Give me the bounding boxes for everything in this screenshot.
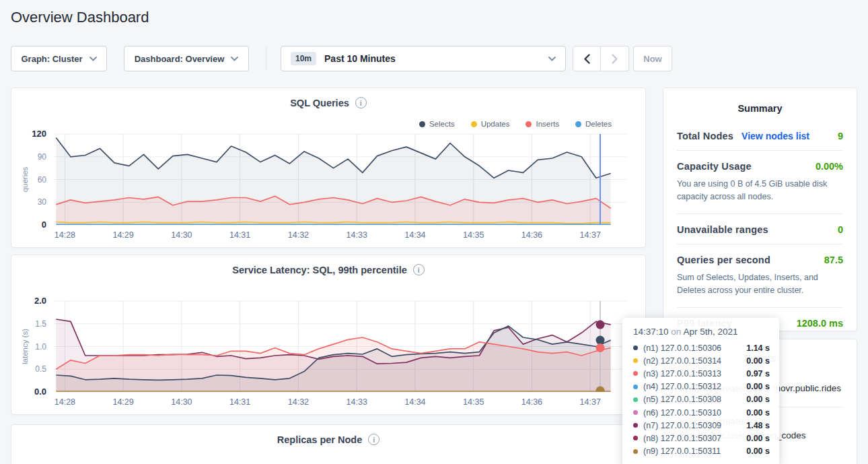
replicas-chart-title: Replicas per Node [277, 434, 363, 445]
svg-text:14:36: 14:36 [521, 230, 542, 240]
node-dot-icon [633, 358, 638, 363]
svg-text:14:36: 14:36 [521, 397, 542, 407]
svg-text:0.0: 0.0 [34, 387, 46, 397]
summary-row-capacity: Capacity Usage 0.00% [677, 150, 843, 180]
tooltip-row-n1: (n1) 127.0.0.1:503061.14 s [633, 341, 770, 354]
time-window-badge: 10m [291, 52, 316, 65]
svg-text:14:37: 14:37 [580, 230, 601, 240]
svg-text:14:34: 14:34 [404, 397, 425, 407]
tooltip-row-n9: (n9) 127.0.0.1:503110.00 s [633, 445, 770, 458]
summary-row-unavailable: Unavailable ranges 0 [677, 213, 843, 244]
svg-text:1.0: 1.0 [35, 342, 46, 352]
node-dot-icon [633, 410, 638, 415]
time-back-button[interactable] [573, 46, 601, 71]
svg-text:0: 0 [42, 220, 46, 230]
dashboard-dropdown-label: Dashboard: Overview [135, 54, 225, 64]
now-button[interactable]: Now [633, 46, 672, 71]
chevron-down-icon [89, 57, 97, 61]
summary-row-qps: Queries per second 87.5 [677, 244, 843, 274]
chevron-left-icon [584, 54, 590, 64]
tooltip-row-n3: (n3) 127.0.0.1:503130.97 s [633, 367, 770, 380]
chevron-down-icon [548, 57, 556, 61]
svg-text:14:32: 14:32 [288, 230, 309, 240]
summary-title: Summary [677, 98, 843, 121]
node-dot-icon [633, 436, 638, 440]
svg-text:14:31: 14:31 [229, 397, 250, 407]
capacity-usage-label: Capacity Usage [677, 161, 752, 172]
tooltip-row-n2: (n2) 127.0.0.1:503140.00 s [633, 354, 770, 367]
time-step-buttons [573, 46, 629, 71]
svg-text:14:37: 14:37 [580, 397, 601, 407]
svg-text:14:31: 14:31 [229, 230, 250, 240]
total-nodes-label: Total Nodes [677, 131, 733, 141]
svg-text:14:29: 14:29 [112, 230, 133, 240]
replicas-per-node-card: Replicas per Node i [11, 424, 646, 464]
sql-queries-card: SQL Queries i Selects Updates Inserts De… [11, 88, 646, 248]
node-dot-icon [633, 371, 638, 376]
tooltip-row-n4: (n4) 127.0.0.1:503120.00 s [633, 380, 770, 393]
view-nodes-list-link[interactable]: View nodes list [742, 131, 809, 141]
qps-value: 87.5 [824, 255, 843, 265]
svg-text:0.5: 0.5 [35, 364, 46, 374]
svg-text:14:34: 14:34 [404, 230, 425, 240]
tooltip-timestamp: 14:37:10 on Apr 5th, 2021 [633, 327, 770, 337]
svg-text:2.0: 2.0 [34, 296, 46, 306]
service-latency-card: Service Latency: SQL, 99th percentile i … [11, 255, 646, 415]
time-window-label: Past 10 Minutes [324, 53, 396, 64]
svg-text:60: 60 [38, 175, 47, 185]
overview-dashboard-page: Overview Dashboard Graph: Cluster Dashbo… [0, 0, 868, 464]
qps-label: Queries per second [677, 255, 770, 265]
sql-queries-chart[interactable]: 030609012014:2814:2914:3014:3114:3214:33… [11, 88, 647, 248]
svg-text:14:35: 14:35 [463, 230, 484, 240]
svg-text:1.5: 1.5 [35, 319, 46, 329]
svg-text:14:30: 14:30 [171, 230, 192, 240]
qps-description: Sum of Selects, Updates, Inserts, and De… [677, 271, 843, 307]
chart-hover-tooltip: 14:37:10 on Apr 5th, 2021 (n1) 127.0.0.1… [622, 318, 779, 464]
dashboard-dropdown[interactable]: Dashboard: Overview [124, 46, 249, 71]
time-range-dropdown[interactable]: 10m Past 10 Minutes [281, 46, 566, 71]
svg-text:14:32: 14:32 [288, 397, 309, 407]
svg-text:14:28: 14:28 [55, 230, 75, 240]
tooltip-row-n5: (n5) 127.0.0.1:503080.00 s [633, 393, 770, 406]
summary-row-total-nodes: Total Nodes View nodes list 9 [677, 121, 843, 150]
total-nodes-value: 9 [838, 131, 843, 141]
tooltip-row-n7: (n7) 127.0.0.1:503091.48 s [633, 419, 770, 432]
tooltip-row-n6: (n6) 127.0.0.1:503100.00 s [633, 406, 770, 419]
graph-dropdown[interactable]: Graph: Cluster [11, 46, 107, 71]
node-dot-icon [633, 345, 638, 350]
chevron-right-icon [612, 54, 618, 64]
chevron-down-icon [231, 57, 238, 61]
graph-dropdown-label: Graph: Cluster [21, 54, 82, 64]
svg-text:14:30: 14:30 [171, 397, 192, 407]
page-title: Overview Dashboard [11, 9, 149, 26]
summary-panel: Summary Total Nodes View nodes list 9 Ca… [663, 88, 857, 331]
svg-text:120: 120 [32, 129, 46, 139]
node-dot-icon [633, 449, 638, 454]
svg-text:14:29: 14:29 [112, 397, 133, 407]
svg-text:14:33: 14:33 [347, 397, 367, 407]
p99-latency-value: 1208.0 ms [797, 318, 843, 329]
unavailable-ranges-value: 0 [838, 224, 843, 235]
capacity-usage-description: You are using 0 B of 4.5 GiB usable disk… [677, 178, 843, 213]
service-latency-chart[interactable]: 0.00.51.01.52.014:2814:2914:3014:3114:32… [11, 255, 647, 416]
unavailable-ranges-label: Unavailable ranges [677, 224, 768, 235]
svg-text:latency (s): latency (s) [21, 329, 29, 364]
tooltip-row-n8: (n8) 127.0.0.1:503070.00 s [633, 432, 770, 444]
svg-text:14:35: 14:35 [463, 397, 484, 407]
node-dot-icon [633, 385, 638, 389]
node-dot-icon [633, 423, 638, 428]
info-icon[interactable]: i [368, 434, 379, 445]
node-dot-icon [633, 397, 638, 402]
svg-text:14:33: 14:33 [347, 230, 367, 240]
svg-text:14:28: 14:28 [55, 397, 75, 407]
capacity-usage-value: 0.00% [816, 161, 843, 172]
time-forward-button-disabled[interactable] [601, 46, 629, 71]
svg-text:queries: queries [21, 166, 29, 192]
svg-text:90: 90 [38, 152, 47, 162]
controls-divider [266, 47, 266, 70]
svg-text:30: 30 [38, 197, 47, 207]
